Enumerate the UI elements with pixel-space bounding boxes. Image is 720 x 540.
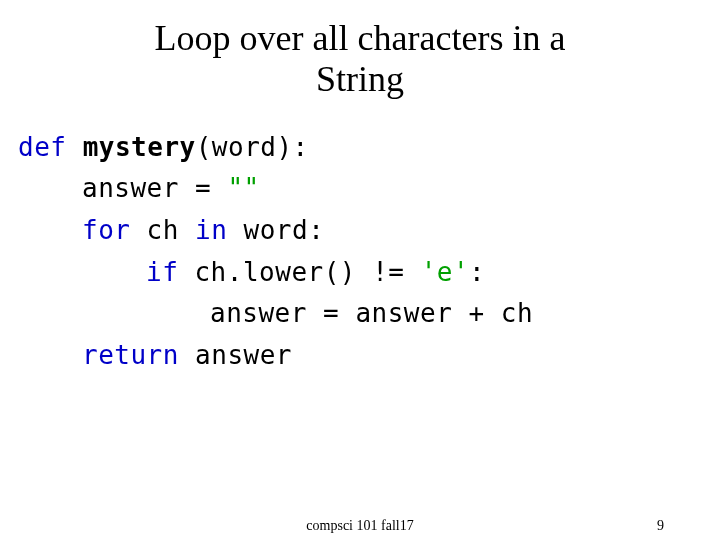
- code-line-6: return answer: [18, 335, 720, 377]
- string-literal: "": [227, 173, 259, 203]
- footer-course: compsci 101 fall17: [306, 518, 413, 534]
- keyword-if: if: [146, 257, 178, 287]
- code-block: def mystery(word): answer = "" for ch in…: [0, 101, 720, 377]
- keyword-for: for: [82, 215, 130, 245]
- code-line-2: answer = "": [18, 168, 720, 210]
- code-line-3: for ch in word:: [18, 210, 720, 252]
- keyword-return: return: [82, 340, 179, 370]
- code-params: (word):: [196, 132, 309, 162]
- title-line-2: String: [316, 59, 404, 99]
- keyword-def: def: [18, 132, 66, 162]
- code-line-4: if ch.lower() != 'e':: [18, 252, 720, 294]
- function-name: mystery: [83, 132, 196, 162]
- code-line-5: answer = answer + ch: [18, 293, 720, 335]
- string-literal: 'e': [421, 257, 469, 287]
- keyword-in: in: [195, 215, 227, 245]
- footer-page-number: 9: [657, 518, 664, 534]
- code-assign: answer =: [82, 173, 227, 203]
- code-line-1: def mystery(word):: [18, 127, 720, 169]
- title-line-1: Loop over all characters in a: [155, 18, 566, 58]
- slide-title: Loop over all characters in a String: [0, 0, 720, 101]
